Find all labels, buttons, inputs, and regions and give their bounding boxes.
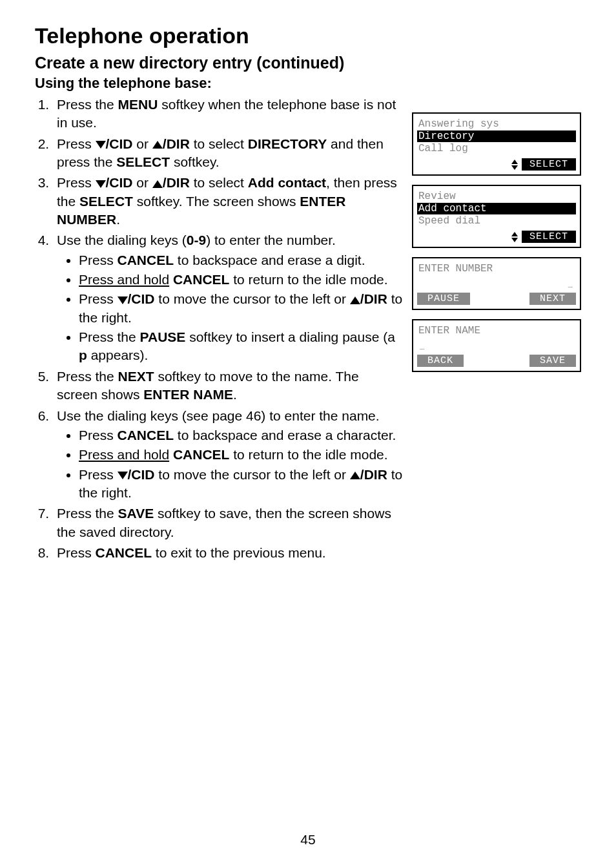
menu-row: Answering sys [417,118,576,130]
step-3: Press /CID or /DIR to select Add contact… [53,174,403,229]
text: softkey. [170,154,220,169]
step-5: Press the NEXT softkey to move to the na… [53,368,403,404]
page-number: 45 [0,832,616,847]
text: Press the [57,97,118,112]
text: softkey to insert a dialing pause (a [185,329,395,344]
text: to return to the idle mode. [229,272,387,287]
back-softkey: BACK [417,355,464,367]
text: or [133,175,152,190]
dir-label: /DIR [163,136,190,151]
text: to exit to the previous menu. [152,545,326,560]
menu-row: Review [417,191,576,202]
text: to select [190,136,248,151]
select-label: SELECT [116,154,170,169]
step-8: Press CANCEL to exit to the previous men… [53,544,403,562]
text: . [116,212,120,227]
text: Press [57,545,96,560]
text: Press [79,428,118,442]
text: Use the dialing keys (see page 46) to en… [57,408,380,423]
cursor-icon: _ [417,280,576,289]
cursor-icon: _ [417,342,576,351]
keys-label: 0-9 [187,233,206,247]
up-arrow-icon [350,472,360,479]
text: to select [190,175,248,190]
down-arrow-icon [118,472,128,479]
up-arrow-icon [152,141,163,149]
text: appears). [87,348,149,362]
pause-softkey: PAUSE [417,293,470,305]
up-arrow-icon [152,180,163,188]
text: Use the dialing keys ( [57,233,187,247]
screen-directory-menu: Answering sys Directory Call log SELECT [412,112,581,176]
text: to move the cursor to the left or [155,467,350,482]
menu-label: MENU [118,97,158,112]
step-6-bullet-2: Press and hold CANCEL to return to the i… [79,446,403,464]
dir-label: /DIR [360,291,387,306]
updown-icon [511,160,518,170]
screens-column: Answering sys Directory Call log SELECT … [412,112,581,381]
down-arrow-icon [118,296,128,304]
step-7: Press the SAVE softkey to save, then the… [53,504,403,541]
step-4-bullet-2: Press and hold CANCEL to return to the i… [79,271,403,289]
enter-name-label: ENTER NAME [143,387,233,402]
menu-row-selected: Directory [417,130,576,142]
cid-label: /CID [128,467,155,482]
screen-title: ENTER NUMBER [417,263,576,275]
text: Press [57,175,96,190]
step-4-bullet-4: Press the PAUSE softkey to insert a dial… [79,328,403,365]
save-softkey: SAVE [529,355,576,367]
page-subsubtitle: Using the telephone base: [35,75,581,92]
text: Press the [57,369,118,384]
cancel-label: CANCEL [118,253,174,267]
text: ) to enter the number. [206,233,336,247]
text: Press [79,253,118,267]
text: . [233,387,237,402]
p-label: p [79,348,87,362]
text: softkey. The screen shows [133,194,300,209]
step-1: Press the MENU softkey when the telephon… [53,96,403,132]
text: to backspace and erase a digit. [174,253,365,267]
step-6-bullet-3: Press /CID to move the cursor to the lef… [79,466,403,503]
next-label: NEXT [118,369,154,384]
updown-icon [511,232,518,242]
cancel-label: CANCEL [96,545,152,560]
step-4-bullet-1: Press CANCEL to backspace and erase a di… [79,251,403,269]
cancel-label: CANCEL [173,447,230,462]
instructions-column: Press the MENU softkey when the telephon… [35,96,403,565]
text: Press and hold [79,447,169,462]
select-softkey: SELECT [522,158,576,171]
text: Press [57,136,96,151]
screen-add-contact-menu: Review Add contact Speed dial SELECT [412,185,581,248]
cid-label: /CID [128,291,155,306]
cid-label: /CID [106,175,133,190]
down-arrow-icon [96,141,106,149]
step-6-bullet-1: Press CANCEL to backspace and erase a ch… [79,426,403,444]
text: or [133,136,152,151]
step-6: Use the dialing keys (see page 46) to en… [53,407,403,503]
text: to move the cursor to the left or [155,291,350,306]
step-4: Use the dialing keys (0-9) to enter the … [53,231,403,364]
pause-label: PAUSE [140,329,186,344]
screen-enter-name: ENTER NAME _ BACK SAVE [412,319,581,372]
add-contact-label: Add contact [248,175,326,190]
text: to backspace and erase a character. [174,428,396,442]
select-label: SELECT [79,194,133,209]
cancel-label: CANCEL [118,428,174,442]
text: to return to the idle mode. [229,447,387,462]
menu-row: Call log [417,143,576,154]
text: Press the [79,329,140,344]
step-4-bullet-3: Press /CID to move the cursor to the lef… [79,290,403,327]
menu-row-selected: Add contact [417,203,576,214]
directory-label: DIRECTORY [248,136,327,151]
text: Press [79,291,118,306]
next-softkey: NEXT [529,293,576,305]
down-arrow-icon [96,180,106,188]
step-2: Press /CID or /DIR to select DIRECTORY a… [53,135,403,172]
menu-row: Speed dial [417,215,576,227]
page-subtitle: Create a new directory entry (continued) [35,54,581,72]
cid-label: /CID [106,136,133,151]
screen-enter-number: ENTER NUMBER _ PAUSE NEXT [412,257,581,310]
save-label: SAVE [118,506,154,521]
screen-title: ENTER NAME [417,325,576,337]
text: Press and hold [79,272,169,287]
